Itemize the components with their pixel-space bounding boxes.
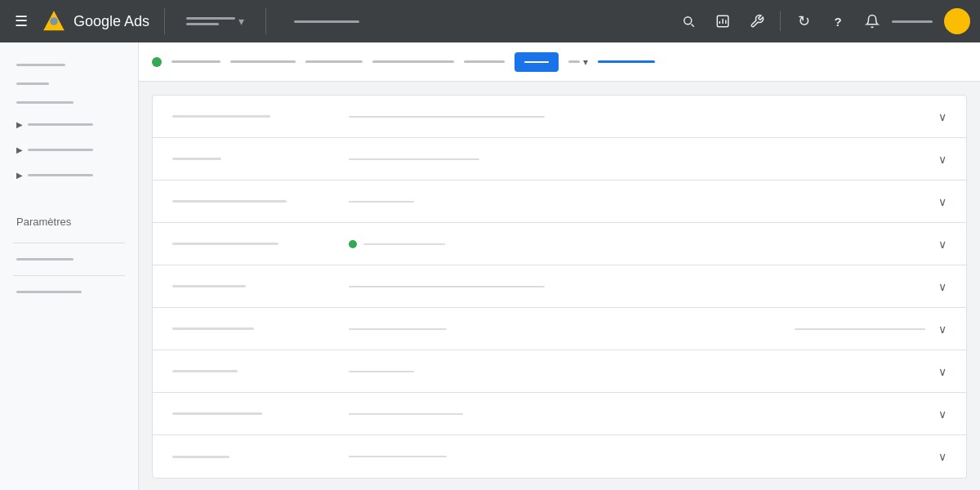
row-2-center: [349, 158, 925, 160]
nav-divider-1: [164, 8, 165, 34]
help-icon[interactable]: ?: [823, 7, 853, 36]
sidebar-bar-4: [28, 123, 93, 126]
sidebar-item-3[interactable]: [0, 93, 138, 112]
row-6-center-bar: [349, 328, 447, 330]
table-row[interactable]: ∨: [153, 265, 966, 308]
row-6-right: [795, 328, 925, 330]
main-content: ▾ ∨: [139, 42, 980, 490]
sidebar-bar-5: [28, 149, 93, 151]
filter-bar-blue[interactable]: [598, 60, 655, 63]
row-3-title-bar: [172, 200, 287, 203]
row-2-expand-icon[interactable]: ∨: [938, 153, 947, 166]
reports-icon[interactable]: [708, 7, 737, 36]
table-row[interactable]: ∨: [153, 393, 966, 435]
row-8-title-bar: [172, 412, 262, 415]
sidebar-item-2[interactable]: [0, 74, 138, 93]
table-row[interactable]: ∨: [153, 308, 966, 350]
sidebar-chevron-5-icon: ▶: [16, 145, 23, 154]
table-row[interactable]: ∨: [153, 180, 966, 223]
row-7-center-bar: [349, 371, 414, 372]
row-3-expand-icon[interactable]: ∨: [938, 195, 947, 208]
campaign-dropdown-arrow-icon: ▾: [238, 15, 244, 28]
sidebar-item-4[interactable]: ▶: [0, 112, 138, 137]
row-4-center: [349, 240, 925, 248]
account-name-bar: [892, 20, 933, 23]
table-row[interactable]: ∨: [153, 138, 966, 180]
filter-status-dot: [152, 57, 162, 67]
row-1-title-bar: [172, 115, 270, 118]
row-4-expand-icon[interactable]: ∨: [938, 238, 947, 251]
filter-active-item[interactable]: [514, 52, 559, 72]
row-2-title-bar: [172, 158, 221, 160]
filter-dropdown-bar: [568, 60, 580, 63]
google-ads-logo-icon: [41, 8, 67, 34]
row-7-title-bar: [172, 370, 238, 372]
campaign-selector[interactable]: ▾: [180, 11, 251, 31]
nav-divider-2: [265, 8, 266, 34]
filter-dropdown[interactable]: ▾: [568, 56, 588, 68]
row-8-center: [349, 413, 925, 415]
row-5-center-bar: [349, 286, 545, 287]
filter-item-3[interactable]: [305, 60, 363, 63]
row-8-left: [172, 412, 336, 415]
nav-search-bar[interactable]: [294, 20, 359, 23]
row-9-center: [349, 456, 925, 457]
table-row[interactable]: ∨: [153, 350, 966, 393]
hamburger-menu-icon[interactable]: ☰: [10, 7, 33, 35]
row-1-expand-icon[interactable]: ∨: [938, 110, 947, 123]
user-avatar[interactable]: [944, 8, 970, 34]
row-7-left: [172, 370, 336, 372]
settings-table: ∨ ∨ ∨: [152, 95, 967, 479]
campaign-bar-1: [186, 17, 235, 20]
sidebar-chevron-4-icon: ▶: [16, 120, 23, 129]
filter-item-2[interactable]: [230, 60, 296, 63]
filter-item-4[interactable]: [372, 60, 454, 63]
row-9-expand-icon[interactable]: ∨: [938, 450, 947, 463]
sidebar-item-5[interactable]: ▶: [0, 137, 138, 163]
table-row[interactable]: ∨: [153, 223, 966, 265]
nav-right-section: ↻ ?: [674, 7, 970, 36]
row-5-expand-icon[interactable]: ∨: [938, 280, 947, 293]
sidebar-chevron-6-icon: ▶: [16, 171, 23, 180]
row-1-center-bar: [349, 116, 545, 118]
row-8-center-bar: [349, 413, 463, 415]
sidebar-divider-2: [13, 275, 125, 276]
main-layout: ▶ ▶ ▶ Paramètres: [0, 42, 980, 490]
row-7-expand-icon[interactable]: ∨: [938, 365, 947, 378]
row-1-left: [172, 115, 336, 118]
filter-dropdown-chevron-icon: ▾: [583, 56, 588, 68]
sidebar-item-1[interactable]: [0, 56, 138, 74]
row-9-left: [172, 456, 336, 458]
row-5-title-bar: [172, 285, 246, 287]
row-8-expand-icon[interactable]: ∨: [938, 408, 947, 421]
row-6-expand-icon[interactable]: ∨: [938, 323, 947, 336]
row-4-status-dot: [349, 240, 357, 248]
row-4-left: [172, 243, 336, 245]
sidebar-item-6[interactable]: ▶: [0, 163, 138, 188]
refresh-icon[interactable]: ↻: [789, 7, 818, 36]
filter-item-5[interactable]: [464, 60, 505, 63]
sidebar-bar-1: [16, 64, 65, 66]
nav-divider-3: [780, 11, 781, 31]
filter-item-1[interactable]: [172, 60, 220, 63]
notifications-icon[interactable]: [858, 7, 887, 36]
campaign-bar-2: [186, 23, 219, 25]
sidebar-item-7[interactable]: [0, 250, 138, 269]
sidebar-bar-3: [16, 101, 74, 104]
row-3-center-bar: [349, 201, 414, 203]
row-3-center: [349, 201, 925, 203]
row-7-center: [349, 371, 925, 372]
top-navigation: ☰ Google Ads ▾: [0, 0, 980, 42]
app-logo: Google Ads: [41, 8, 149, 34]
row-6-center: [349, 328, 782, 330]
sidebar-item-8[interactable]: [0, 283, 138, 301]
table-row[interactable]: ∨: [153, 435, 966, 478]
search-icon[interactable]: [674, 7, 703, 36]
row-3-left: [172, 200, 336, 203]
sidebar-bar-2: [16, 82, 49, 85]
row-6-left: [172, 327, 336, 330]
tools-icon[interactable]: [742, 7, 772, 36]
filter-bar: ▾: [139, 42, 980, 82]
row-5-left: [172, 285, 336, 287]
table-row[interactable]: ∨: [153, 96, 966, 138]
